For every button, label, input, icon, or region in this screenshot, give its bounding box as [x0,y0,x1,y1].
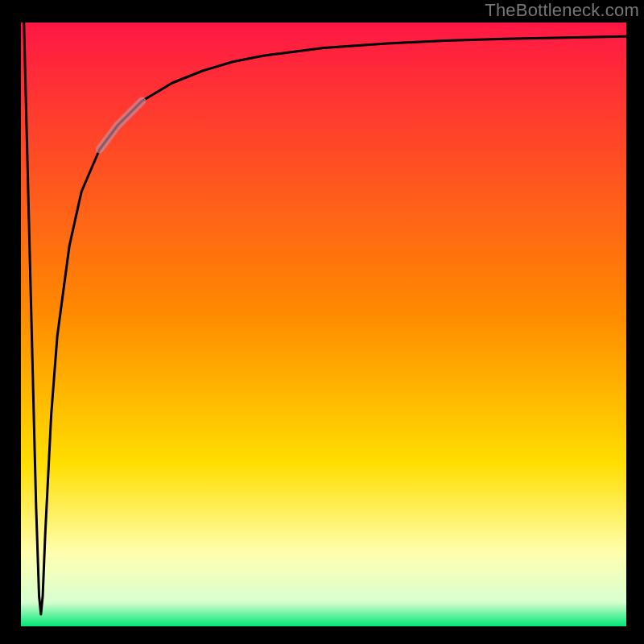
bottleneck-curve [24,23,626,614]
chart-curve-layer [21,23,626,626]
chart-frame [21,23,626,626]
plot-area [21,23,626,626]
attribution-label: TheBottleneck.com [485,0,639,21]
curve-highlight-segment [100,101,142,150]
